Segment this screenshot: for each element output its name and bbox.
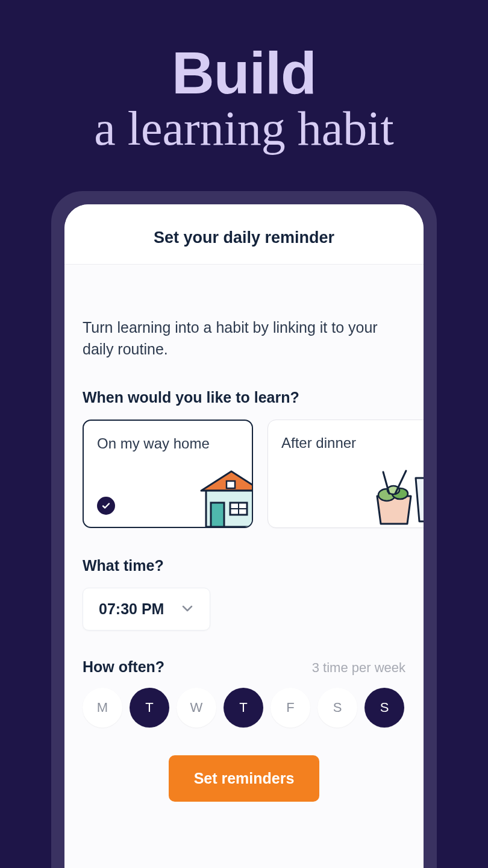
day-toggle-mon[interactable]: M [83, 688, 122, 728]
svg-rect-3 [211, 503, 224, 527]
chevron-down-icon [181, 602, 194, 617]
when-option-after-dinner[interactable]: After dinner [267, 420, 424, 528]
day-selector: M T W T F S S [83, 688, 405, 728]
phone-screen: Set your daily reminder Turn learning in… [64, 204, 424, 868]
time-value: 07:30 PM [99, 600, 164, 618]
day-toggle-wed[interactable]: W [177, 688, 216, 728]
check-icon [97, 497, 115, 515]
when-options: On my way home [83, 420, 424, 528]
when-question: When would you like to learn? [83, 389, 405, 406]
day-toggle-sat[interactable]: S [318, 688, 357, 728]
day-toggle-tue[interactable]: T [130, 688, 169, 728]
day-toggle-thu[interactable]: T [224, 688, 263, 728]
phone-frame: Set your daily reminder Turn learning in… [51, 191, 437, 868]
page-body: Turn learning into a habit by linking it… [64, 265, 424, 868]
day-toggle-fri[interactable]: F [271, 688, 310, 728]
hero-line2: a learning habit [94, 102, 394, 155]
hero-heading: Build a learning habit [94, 42, 394, 155]
time-question: What time? [83, 557, 405, 574]
when-option-label: On my way home [97, 434, 239, 453]
day-toggle-sun[interactable]: S [364, 688, 404, 728]
dinner-icon [351, 467, 424, 528]
svg-rect-7 [227, 481, 235, 488]
intro-text: Turn learning into a habit by linking it… [83, 316, 405, 360]
often-question: How often? [83, 658, 164, 676]
hero-line1: Build [94, 42, 394, 104]
when-option-label: After dinner [281, 433, 424, 452]
when-option-on-my-way-home[interactable]: On my way home [83, 420, 253, 528]
page-title: Set your daily reminder [77, 228, 411, 247]
often-summary: 3 time per week [312, 660, 405, 676]
page-header: Set your daily reminder [64, 204, 424, 265]
set-reminders-button[interactable]: Set reminders [169, 755, 320, 802]
time-dropdown[interactable]: 07:30 PM [83, 588, 210, 631]
house-icon [171, 461, 253, 528]
